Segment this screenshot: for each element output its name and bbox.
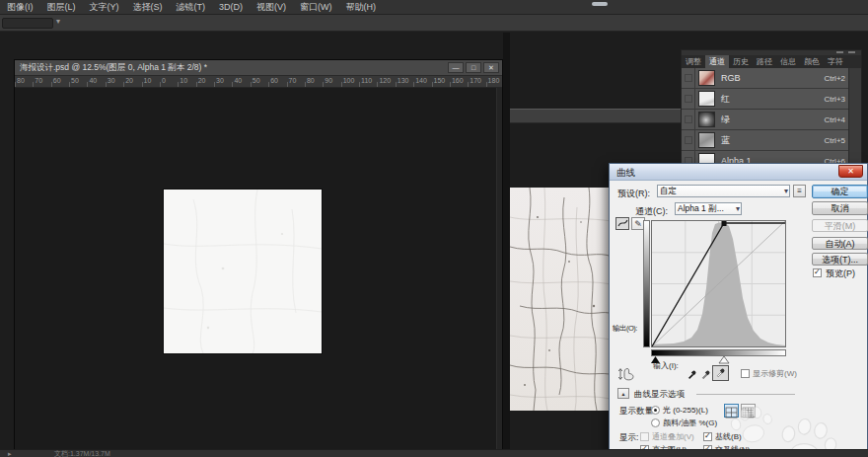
vertical-scrollbar[interactable] (496, 88, 502, 449)
simple-grid-icon[interactable] (724, 404, 739, 418)
close-icon[interactable]: ✕ (483, 62, 499, 73)
channel-row-1[interactable]: 红Ctrl+3 (682, 89, 849, 110)
ruler-tick (196, 82, 197, 87)
smooth-button: 平滑(M) (812, 219, 868, 232)
dialog-titlebar[interactable]: 曲线 ✕ (610, 164, 867, 181)
curve-plot[interactable] (651, 220, 786, 347)
light-radio[interactable] (651, 406, 660, 415)
background-texture-image (510, 188, 612, 411)
panel-tab-4[interactable]: 信息 (776, 55, 800, 68)
collapse-icon[interactable]: ▲ (617, 388, 629, 399)
panel-tab-6[interactable]: 字符 (824, 55, 847, 68)
panel-collapse-icon[interactable] (836, 51, 843, 53)
channel-name: RGB (721, 73, 824, 83)
menu-item-0[interactable]: 图像(I) (0, 0, 40, 15)
channel-select[interactable]: Alpha 1 副... ▾ (675, 202, 742, 215)
preset-options-icon[interactable]: ≡ (793, 185, 806, 197)
ruler-label: 10 (180, 77, 187, 84)
document-window: 海报设计.psd @ 12.5%(图层 0, Alpha 1 副本 2/8) *… (14, 59, 503, 449)
photoshop-app: 图像(I)图层(L)文字(Y)选择(S)滤镜(T)3D(D)视图(V)窗口(W)… (0, 0, 868, 457)
eye-toggle-icon[interactable] (682, 110, 695, 130)
baseline-checkbox[interactable] (703, 432, 712, 441)
ruler-label: 120 (379, 77, 391, 84)
tool-options-dropdown[interactable] (2, 18, 53, 29)
ruler-tick (51, 82, 52, 87)
menu-item-1[interactable]: 图层(L) (40, 0, 83, 15)
menu-item-8[interactable]: 帮助(H) (339, 0, 384, 15)
preview-checkbox[interactable] (813, 268, 822, 277)
background-window-titlebar (510, 109, 681, 123)
close-icon[interactable]: ✕ (838, 165, 863, 178)
ruler-tick (268, 82, 269, 87)
ok-button[interactable]: 确定 (812, 185, 868, 198)
ruler-tick (160, 82, 161, 87)
ruler-label: 90 (325, 77, 332, 84)
channel-shortcut: Ctrl+4 (824, 115, 845, 124)
panel-menu-icon[interactable] (848, 51, 855, 53)
channels-panel: 调整通道历史路径信息颜色字符 RGBCtrl+2红Ctrl+3绿Ctrl+4蓝C… (681, 49, 862, 174)
channel-row-3[interactable]: 蓝Ctrl+5 (682, 130, 849, 151)
ruler-tick (287, 82, 288, 87)
auto-button[interactable]: 自动(A) (812, 237, 868, 250)
curve-options-button[interactable]: 选项(T)... (812, 253, 868, 266)
channel-overlay-checkbox (640, 432, 649, 441)
menu-item-3[interactable]: 选择(S) (126, 0, 170, 15)
maximize-icon[interactable]: □ (466, 62, 481, 73)
eye-toggle-icon[interactable] (682, 68, 695, 89)
ruler-label: 180 (488, 77, 500, 84)
eye-toggle-icon[interactable] (682, 89, 695, 110)
panel-tab-5[interactable]: 颜色 (800, 55, 824, 68)
menu-item-4[interactable]: 滤镜(T) (170, 0, 213, 15)
show-clipping-checkbox[interactable] (741, 369, 750, 378)
pigment-radio[interactable] (651, 419, 660, 427)
menu-item-7[interactable]: 窗口(W) (293, 0, 339, 15)
ruler-label: 60 (270, 77, 278, 84)
ruler-tick (432, 82, 433, 87)
panel-tab-0[interactable]: 调整 (682, 55, 705, 68)
ruler-label: 60 (53, 77, 61, 84)
panel-scrollbar[interactable] (848, 68, 861, 174)
output-gradient (643, 220, 650, 347)
document-canvas[interactable] (15, 88, 502, 449)
menu-item-5[interactable]: 3D(D) (212, 0, 250, 15)
curve-point-tool-icon[interactable] (615, 217, 629, 230)
eye-box (685, 115, 692, 123)
gray-eyedropper-icon[interactable] (700, 368, 712, 380)
output-label: 输出(O): (613, 324, 637, 334)
curves-dialog: 曲线 ✕ 预设(R): 自定 ▾ ≡ 确定 取消 平滑(M) 自动(A) 选项(… (609, 163, 868, 457)
eye-box (685, 95, 692, 103)
white-eyedropper-icon[interactable] (712, 365, 729, 381)
document-titlebar[interactable]: 海报设计.psd @ 12.5%(图层 0, Alpha 1 副本 2/8) *… (15, 60, 502, 76)
detailed-grid-icon[interactable] (741, 404, 756, 418)
ruler-tick (413, 82, 414, 87)
panel-tab-2[interactable]: 历史 (729, 55, 753, 68)
cancel-button[interactable]: 取消 (812, 201, 868, 215)
display-options-header: 曲线显示选项 (634, 389, 685, 401)
black-eyedropper-icon[interactable] (687, 368, 698, 380)
menu-item-2[interactable]: 文字(Y) (83, 0, 126, 15)
status-bar: ▸ 文档:1.37M/13.7M (0, 449, 868, 457)
channel-row-0[interactable]: RGBCtrl+2 (682, 68, 849, 89)
ruler-tick (33, 82, 34, 87)
amount-label: 显示数量: (619, 406, 655, 418)
channel-row-2[interactable]: 绿Ctrl+4 (682, 110, 849, 130)
minimize-icon[interactable]: — (448, 62, 464, 73)
panel-tab-3[interactable]: 路径 (753, 55, 776, 68)
status-arrow-icon[interactable]: ▸ (8, 450, 12, 457)
ruler-label: 170 (470, 77, 481, 84)
ruler-tick (123, 82, 124, 87)
eye-box (685, 136, 692, 144)
menu-item-6[interactable]: 视图(V) (250, 0, 293, 15)
chevron-down-icon[interactable]: ▾ (56, 17, 60, 26)
channel-list: RGBCtrl+2红Ctrl+3绿Ctrl+4蓝Ctrl+5Alpha 1Ctr… (682, 68, 849, 172)
ruler-label: 130 (398, 77, 409, 84)
ruler-tick (251, 82, 252, 87)
eye-toggle-icon[interactable] (682, 130, 695, 151)
ruler-label: 140 (415, 77, 427, 84)
ruler-label: 100 (343, 77, 355, 84)
preset-select[interactable]: 自定 ▾ (657, 185, 790, 197)
channel-overlay-label: 通道叠加(V) (652, 431, 694, 442)
options-bar: ▾ (0, 15, 868, 32)
panel-tab-1[interactable]: 通道 (705, 55, 729, 68)
targeted-adjustment-icon[interactable] (617, 366, 635, 382)
